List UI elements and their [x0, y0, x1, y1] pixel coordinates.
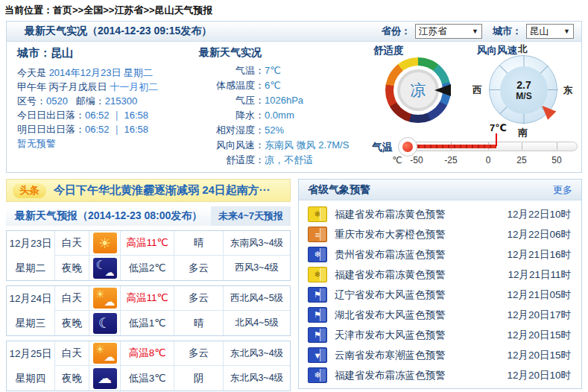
weather-icon-cell: ☀☁	[89, 286, 120, 311]
warnings-more-link[interactable]: 更多	[553, 183, 572, 197]
live-row-precipitation: 降水：0.0mm	[199, 108, 363, 123]
thermometer-scale-tick: -25	[444, 155, 457, 165]
temperature-label: 气温：	[199, 63, 265, 78]
thermometer-scale-tick: 25	[516, 155, 526, 165]
wind-gauge-title: 风向风速	[477, 44, 517, 57]
warning-time: 12月22日06时	[507, 228, 571, 241]
warning-time: 12月21日05时	[507, 288, 571, 302]
warning-item[interactable]: ❄ 福建省发布霜冻蓝色预警 12月20日10时	[299, 365, 581, 385]
temperature-value: 7℃	[265, 63, 281, 78]
weather-icon-cell: ☀☁	[89, 341, 120, 366]
period-cell: 夜晚	[54, 256, 89, 280]
thermometer-mercury	[408, 145, 496, 148]
forecast-date-cell: 12月24日 星期三	[7, 286, 54, 335]
warnings-list: ❄ 福建省发布霜冻黄色预警 12月22日10时 ≡ 重庆市发布大雾橙色预警 12…	[299, 200, 581, 385]
comfort-needle-icon	[434, 84, 451, 96]
thermometer-scale-tick: 0	[486, 155, 491, 165]
condition-cell: 多云	[174, 286, 223, 311]
headline-banner[interactable]: 头条 今日下午华北黄淮霾逐渐减弱 24日起南方···	[6, 179, 291, 202]
period-cell: 白天	[54, 231, 89, 256]
province-select-value: 江苏省	[419, 25, 447, 38]
wind-cell: 西北风4~5级	[223, 286, 290, 311]
warning-item[interactable]: ⚑ 辽宁省发布大风蓝色预警 12月21日05时	[299, 285, 581, 305]
chevron-down-icon: ▼	[563, 28, 570, 35]
warning-item[interactable]: ≡ 重庆市发布大雾橙色预警 12月22日06时	[299, 224, 581, 244]
sun-cloud-icon: ☀☁	[93, 288, 117, 309]
frost-yellow-warning-icon: ❄	[308, 206, 327, 222]
no-warning-link[interactable]: 暂无预警	[17, 136, 196, 151]
comfort-gauge: 凉	[385, 57, 451, 123]
city-select-value: 昆山	[530, 25, 549, 38]
headline-link[interactable]: 今日下午华北黄淮霾逐渐减弱 24日起南方···	[54, 183, 271, 197]
breadcrumb-province[interactable]: 江苏省	[114, 4, 143, 16]
wind-cell: 东北风3~4级	[223, 341, 290, 366]
codes-line: 区号：0520 邮编：215300	[17, 94, 196, 108]
thermometer-unit: ℃	[392, 155, 402, 165]
warning-text: 辽宁省发布大风蓝色预警	[335, 288, 507, 302]
area-code-value: 0520	[46, 95, 68, 107]
breadcrumb-home[interactable]: 首页	[53, 4, 72, 16]
high-temp-cell: 高温11℃	[120, 231, 174, 256]
chevron-down-icon: ▼	[472, 28, 478, 35]
province-select[interactable]: 江苏省 ▼	[415, 24, 482, 39]
city-select[interactable]: 昆山 ▼	[526, 24, 574, 39]
breadcrumb-current: 昆山天气预报	[155, 4, 213, 16]
live-panel-header: 最新天气实况（2014-12-23 09:15发布） 省份： 江苏省 ▼ 城市：…	[7, 22, 581, 42]
thermometer-current-marker	[496, 133, 497, 146]
live-values: 最新天气实况 气温：7℃ 体感温度：6℃ 气压：1026hPa 降水：0.0mm…	[199, 46, 363, 168]
warning-item[interactable]: ⚑ 湖北省发布大风蓝色预警 12月20日17时	[299, 305, 581, 325]
warning-text: 天津市发布大风蓝色预警	[335, 329, 507, 342]
wind-cell: 东南风3~4级	[223, 231, 290, 256]
forecast-title: 最新天气预报（2014-12-23 08:00发布）	[6, 209, 202, 223]
pressure-value: 1026hPa	[265, 93, 303, 108]
warning-item[interactable]: ❄ 贵州省发布霜冻蓝色预警 12月21日16时	[299, 244, 581, 265]
breadcrumb-nation[interactable]: 全国	[83, 4, 103, 16]
warning-item[interactable]: ⚑ 天津市发布大风蓝色预警 12月20日15时	[299, 325, 581, 345]
forecast-weekday: 星期三	[16, 317, 46, 330]
city-info: 城市：昆山 今天是 2014年12月23日 星期二 甲午年 丙子月戊辰日 十一月…	[17, 46, 196, 151]
weather-icon-cell: ☁	[89, 366, 120, 391]
moon-cloud-icon: ☾☁	[93, 258, 117, 279]
warning-text: 重庆市发布大雾橙色预警	[335, 228, 507, 241]
live-row-wind: 风向风速：东南风 微风 2.7M/S	[199, 138, 363, 153]
humidity-label: 相对湿度：	[199, 123, 265, 138]
period-cell: 夜晚	[54, 311, 89, 335]
headline-badge: 头条	[13, 183, 46, 198]
warning-time: 12月21日16时	[507, 248, 571, 262]
future-forecast-link[interactable]: 未来4~7天预报	[211, 206, 291, 226]
wind-cell: 西风3~4级	[223, 256, 290, 280]
forecast-date-cell: 12月25日 星期四	[7, 341, 54, 391]
city-title: 城市：昆山	[17, 46, 196, 60]
warning-item[interactable]: ❄ 福建省发布霜冻黄色预警 12月22日10时	[299, 204, 581, 224]
comfort-label: 舒适度：	[199, 153, 265, 168]
moon-icon: ☾	[93, 313, 117, 334]
forecast-date-cell: 12月23日 星期二	[7, 231, 54, 280]
weather-icon-cell: ☀	[89, 231, 120, 256]
warning-item[interactable]: ▼ 云南省发布寒潮蓝色预警 12月20日15时	[299, 345, 581, 365]
weather-page: { "colors": { "accent_navy": "#17457c", …	[0, 0, 588, 392]
today-date-line: 今天是 2014年12月23日 星期二	[17, 66, 196, 80]
breadcrumb-prefix: 当前位置：	[4, 4, 53, 16]
thermometer-bulb-icon	[398, 137, 417, 157]
forecast-section: 头条 今日下午华北黄淮霾逐渐减弱 24日起南方··· 最新天气预报（2014-1…	[6, 179, 291, 391]
wind-speed-value: 2.7	[516, 80, 531, 91]
zip-label: 邮编：	[76, 95, 105, 107]
precipitation-label: 降水：	[199, 108, 265, 123]
frost-yellow-warning-icon: ❄	[308, 267, 327, 282]
warning-item[interactable]: ❄ 福建省发布霜冻黄色预警 12月21日11时	[299, 265, 581, 285]
thermometer-scale-tick: 50	[551, 155, 561, 165]
sun-icon: ☀	[93, 233, 117, 253]
wind-value: 东南风 微风 2.7M/S	[265, 138, 349, 153]
condition-cell: 晴	[174, 311, 223, 335]
cloud-icon: ☁	[93, 368, 117, 389]
live-row-humidity: 相对湿度：52%	[199, 123, 363, 138]
frost-blue-warning-icon: ❄	[308, 367, 327, 383]
condition-cell: 阴	[174, 366, 223, 391]
forecast-weekday: 星期二	[16, 262, 46, 275]
warnings-header: 省级气象预警 更多	[299, 180, 581, 200]
live-row-comfort: 舒适度：凉，不舒适	[199, 153, 363, 168]
comfort-gauge-value: 凉	[411, 80, 426, 101]
wind-compass: 2.7 M/S	[489, 55, 557, 124]
live-row-temperature: 气温：7℃	[199, 63, 363, 78]
low-temp-cell: 低温1℃	[120, 311, 174, 335]
